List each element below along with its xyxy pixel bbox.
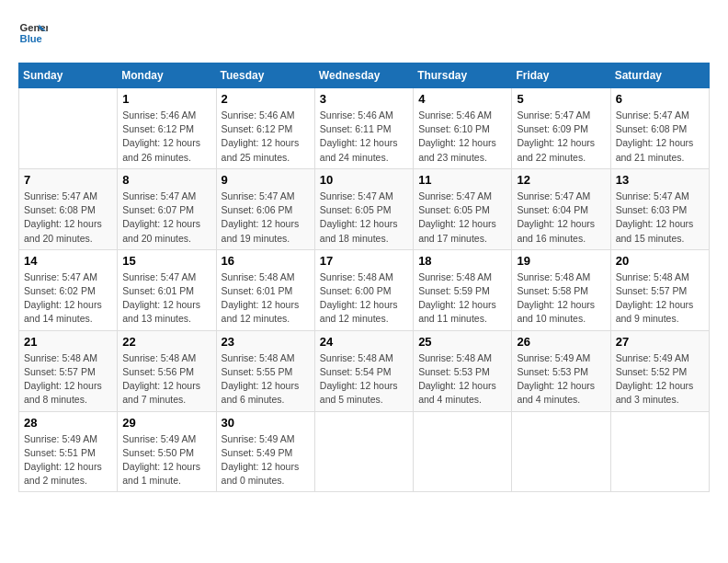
day-number: 24 [320,335,408,349]
day-number: 17 [320,254,408,268]
day-info: Sunrise: 5:47 AM Sunset: 6:06 PM Dayligh… [222,190,310,246]
calendar-cell: 14Sunrise: 5:47 AM Sunset: 6:02 PM Dayli… [19,249,118,330]
week-row-1: 1Sunrise: 5:46 AM Sunset: 6:12 PM Daylig… [19,88,710,169]
day-number: 5 [517,92,605,106]
logo-icon: General Blue [18,18,48,48]
day-info: Sunrise: 5:47 AM Sunset: 6:07 PM Dayligh… [122,190,210,246]
calendar-cell: 4Sunrise: 5:46 AM Sunset: 6:10 PM Daylig… [414,88,512,169]
day-number: 19 [517,254,605,268]
day-info: Sunrise: 5:47 AM Sunset: 6:04 PM Dayligh… [517,190,605,246]
calendar-cell: 13Sunrise: 5:47 AM Sunset: 6:03 PM Dayli… [610,168,709,249]
logo: General Blue [18,18,48,48]
calendar-cell: 16Sunrise: 5:48 AM Sunset: 6:01 PM Dayli… [216,249,314,330]
week-row-3: 14Sunrise: 5:47 AM Sunset: 6:02 PM Dayli… [19,249,710,330]
day-number: 29 [122,416,210,430]
calendar-cell: 7Sunrise: 5:47 AM Sunset: 6:08 PM Daylig… [19,168,118,249]
svg-text:General: General [20,22,48,33]
day-info: Sunrise: 5:47 AM Sunset: 6:09 PM Dayligh… [517,109,605,165]
day-number: 26 [517,335,605,349]
calendar-cell: 3Sunrise: 5:46 AM Sunset: 6:11 PM Daylig… [314,88,413,169]
header-day-thursday: Thursday [414,63,512,88]
day-info: Sunrise: 5:48 AM Sunset: 5:57 PM Dayligh… [616,270,704,327]
day-info: Sunrise: 5:48 AM Sunset: 6:00 PM Dayligh… [320,270,408,327]
day-number: 21 [24,335,112,349]
calendar-cell: 8Sunrise: 5:47 AM Sunset: 6:07 PM Daylig… [118,168,216,249]
calendar-cell: 20Sunrise: 5:48 AM Sunset: 5:57 PM Dayli… [610,249,709,330]
calendar-cell: 11Sunrise: 5:47 AM Sunset: 6:05 PM Dayli… [414,168,512,249]
day-number: 22 [122,335,210,349]
day-info: Sunrise: 5:47 AM Sunset: 6:08 PM Dayligh… [24,190,112,246]
day-info: Sunrise: 5:47 AM Sunset: 6:05 PM Dayligh… [320,190,408,246]
calendar-cell: 9Sunrise: 5:47 AM Sunset: 6:06 PM Daylig… [216,168,314,249]
day-info: Sunrise: 5:48 AM Sunset: 5:54 PM Dayligh… [320,351,408,408]
calendar-cell: 19Sunrise: 5:48 AM Sunset: 5:58 PM Dayli… [512,249,610,330]
calendar-cell [414,411,512,492]
calendar-cell: 28Sunrise: 5:49 AM Sunset: 5:51 PM Dayli… [19,411,118,492]
calendar-cell: 26Sunrise: 5:49 AM Sunset: 5:53 PM Dayli… [512,330,610,411]
header-day-saturday: Saturday [610,63,709,88]
header-day-tuesday: Tuesday [216,63,314,88]
day-info: Sunrise: 5:47 AM Sunset: 6:05 PM Dayligh… [418,190,506,246]
calendar-cell [610,411,709,492]
day-info: Sunrise: 5:49 AM Sunset: 5:49 PM Dayligh… [222,432,310,488]
header-day-monday: Monday [118,63,216,88]
day-info: Sunrise: 5:48 AM Sunset: 5:58 PM Dayligh… [517,270,605,327]
calendar-cell: 23Sunrise: 5:48 AM Sunset: 5:55 PM Dayli… [216,330,314,411]
day-info: Sunrise: 5:46 AM Sunset: 6:11 PM Dayligh… [320,109,408,165]
day-number: 25 [418,335,506,349]
calendar-table: SundayMondayTuesdayWednesdayThursdayFrid… [18,63,710,492]
calendar-cell: 24Sunrise: 5:48 AM Sunset: 5:54 PM Dayli… [314,330,413,411]
day-number: 12 [517,173,605,187]
day-info: Sunrise: 5:48 AM Sunset: 5:57 PM Dayligh… [24,351,112,408]
day-info: Sunrise: 5:48 AM Sunset: 5:55 PM Dayligh… [222,351,310,408]
day-number: 23 [222,335,310,349]
calendar-cell: 2Sunrise: 5:46 AM Sunset: 6:12 PM Daylig… [216,88,314,169]
calendar-cell: 27Sunrise: 5:49 AM Sunset: 5:52 PM Dayli… [610,330,709,411]
day-number: 2 [222,92,310,106]
calendar-cell [512,411,610,492]
day-info: Sunrise: 5:47 AM Sunset: 6:02 PM Dayligh… [24,270,112,327]
calendar-cell: 18Sunrise: 5:48 AM Sunset: 5:59 PM Dayli… [414,249,512,330]
day-info: Sunrise: 5:46 AM Sunset: 6:10 PM Dayligh… [418,109,506,165]
day-info: Sunrise: 5:48 AM Sunset: 6:01 PM Dayligh… [222,270,310,327]
calendar-cell: 17Sunrise: 5:48 AM Sunset: 6:00 PM Dayli… [314,249,413,330]
calendar-cell: 22Sunrise: 5:48 AM Sunset: 5:56 PM Dayli… [118,330,216,411]
page-header: General Blue [18,18,710,48]
day-number: 16 [222,254,310,268]
day-info: Sunrise: 5:48 AM Sunset: 5:56 PM Dayligh… [122,351,210,408]
day-info: Sunrise: 5:47 AM Sunset: 6:08 PM Dayligh… [616,109,704,165]
day-number: 10 [320,173,408,187]
day-number: 20 [616,254,704,268]
day-number: 14 [24,254,112,268]
day-number: 6 [616,92,704,106]
calendar-cell: 5Sunrise: 5:47 AM Sunset: 6:09 PM Daylig… [512,88,610,169]
calendar-header-row: SundayMondayTuesdayWednesdayThursdayFrid… [19,63,710,88]
day-number: 1 [122,92,210,106]
day-info: Sunrise: 5:49 AM Sunset: 5:53 PM Dayligh… [517,351,605,408]
day-number: 18 [418,254,506,268]
calendar-cell: 1Sunrise: 5:46 AM Sunset: 6:12 PM Daylig… [118,88,216,169]
calendar-cell [314,411,413,492]
header-day-wednesday: Wednesday [314,63,413,88]
day-info: Sunrise: 5:47 AM Sunset: 6:01 PM Dayligh… [122,270,210,327]
calendar-cell: 6Sunrise: 5:47 AM Sunset: 6:08 PM Daylig… [610,88,709,169]
calendar-cell: 30Sunrise: 5:49 AM Sunset: 5:49 PM Dayli… [216,411,314,492]
calendar-cell: 25Sunrise: 5:48 AM Sunset: 5:53 PM Dayli… [414,330,512,411]
calendar-body: 1Sunrise: 5:46 AM Sunset: 6:12 PM Daylig… [19,88,710,492]
calendar-cell: 15Sunrise: 5:47 AM Sunset: 6:01 PM Dayli… [118,249,216,330]
day-info: Sunrise: 5:48 AM Sunset: 5:53 PM Dayligh… [418,351,506,408]
week-row-4: 21Sunrise: 5:48 AM Sunset: 5:57 PM Dayli… [19,330,710,411]
header-day-friday: Friday [512,63,610,88]
day-info: Sunrise: 5:47 AM Sunset: 6:03 PM Dayligh… [616,190,704,246]
calendar-cell: 21Sunrise: 5:48 AM Sunset: 5:57 PM Dayli… [19,330,118,411]
calendar-cell: 10Sunrise: 5:47 AM Sunset: 6:05 PM Dayli… [314,168,413,249]
header-day-sunday: Sunday [19,63,118,88]
calendar-cell: 29Sunrise: 5:49 AM Sunset: 5:50 PM Dayli… [118,411,216,492]
day-info: Sunrise: 5:48 AM Sunset: 5:59 PM Dayligh… [418,270,506,327]
day-info: Sunrise: 5:49 AM Sunset: 5:50 PM Dayligh… [122,432,210,488]
week-row-5: 28Sunrise: 5:49 AM Sunset: 5:51 PM Dayli… [19,411,710,492]
svg-text:Blue: Blue [20,33,42,44]
day-info: Sunrise: 5:46 AM Sunset: 6:12 PM Dayligh… [222,109,310,165]
day-info: Sunrise: 5:49 AM Sunset: 5:51 PM Dayligh… [24,432,112,488]
day-number: 30 [222,416,310,430]
